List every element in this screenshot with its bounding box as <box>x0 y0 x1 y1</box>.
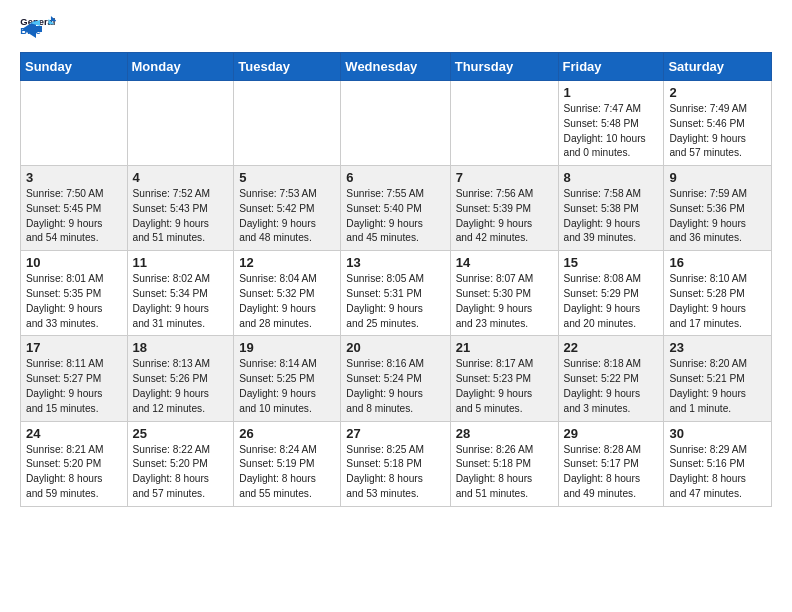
day-number: 4 <box>133 170 229 185</box>
day-cell: 11Sunrise: 8:02 AM Sunset: 5:34 PM Dayli… <box>127 251 234 336</box>
day-number: 13 <box>346 255 444 270</box>
day-cell: 30Sunrise: 8:29 AM Sunset: 5:16 PM Dayli… <box>664 421 772 506</box>
day-cell: 19Sunrise: 8:14 AM Sunset: 5:25 PM Dayli… <box>234 336 341 421</box>
day-cell: 3Sunrise: 7:50 AM Sunset: 5:45 PM Daylig… <box>21 166 128 251</box>
page: General Blue SundayMondayTuesdayWednesda… <box>0 0 792 527</box>
weekday-header-saturday: Saturday <box>664 53 772 81</box>
day-info: Sunrise: 7:53 AM Sunset: 5:42 PM Dayligh… <box>239 187 335 246</box>
day-cell: 1Sunrise: 7:47 AM Sunset: 5:48 PM Daylig… <box>558 81 664 166</box>
day-info: Sunrise: 7:47 AM Sunset: 5:48 PM Dayligh… <box>564 102 659 161</box>
day-cell: 28Sunrise: 8:26 AM Sunset: 5:18 PM Dayli… <box>450 421 558 506</box>
day-number: 24 <box>26 426 122 441</box>
day-cell <box>234 81 341 166</box>
day-number: 12 <box>239 255 335 270</box>
day-number: 23 <box>669 340 766 355</box>
day-info: Sunrise: 7:56 AM Sunset: 5:39 PM Dayligh… <box>456 187 553 246</box>
day-number: 2 <box>669 85 766 100</box>
day-cell: 18Sunrise: 8:13 AM Sunset: 5:26 PM Dayli… <box>127 336 234 421</box>
week-row-2: 3Sunrise: 7:50 AM Sunset: 5:45 PM Daylig… <box>21 166 772 251</box>
day-cell: 17Sunrise: 8:11 AM Sunset: 5:27 PM Dayli… <box>21 336 128 421</box>
day-info: Sunrise: 7:55 AM Sunset: 5:40 PM Dayligh… <box>346 187 444 246</box>
week-row-3: 10Sunrise: 8:01 AM Sunset: 5:35 PM Dayli… <box>21 251 772 336</box>
day-info: Sunrise: 8:14 AM Sunset: 5:25 PM Dayligh… <box>239 357 335 416</box>
day-info: Sunrise: 8:24 AM Sunset: 5:19 PM Dayligh… <box>239 443 335 502</box>
day-info: Sunrise: 7:50 AM Sunset: 5:45 PM Dayligh… <box>26 187 122 246</box>
day-cell: 24Sunrise: 8:21 AM Sunset: 5:20 PM Dayli… <box>21 421 128 506</box>
day-info: Sunrise: 8:25 AM Sunset: 5:18 PM Dayligh… <box>346 443 444 502</box>
day-info: Sunrise: 8:05 AM Sunset: 5:31 PM Dayligh… <box>346 272 444 331</box>
day-number: 16 <box>669 255 766 270</box>
weekday-header-sunday: Sunday <box>21 53 128 81</box>
day-number: 11 <box>133 255 229 270</box>
day-number: 30 <box>669 426 766 441</box>
weekday-header-monday: Monday <box>127 53 234 81</box>
day-cell: 15Sunrise: 8:08 AM Sunset: 5:29 PM Dayli… <box>558 251 664 336</box>
day-info: Sunrise: 8:11 AM Sunset: 5:27 PM Dayligh… <box>26 357 122 416</box>
week-row-4: 17Sunrise: 8:11 AM Sunset: 5:27 PM Dayli… <box>21 336 772 421</box>
day-number: 25 <box>133 426 229 441</box>
logo-arrow-icon <box>22 20 42 38</box>
day-cell: 10Sunrise: 8:01 AM Sunset: 5:35 PM Dayli… <box>21 251 128 336</box>
day-cell: 2Sunrise: 7:49 AM Sunset: 5:46 PM Daylig… <box>664 81 772 166</box>
day-cell: 6Sunrise: 7:55 AM Sunset: 5:40 PM Daylig… <box>341 166 450 251</box>
day-number: 20 <box>346 340 444 355</box>
day-cell: 4Sunrise: 7:52 AM Sunset: 5:43 PM Daylig… <box>127 166 234 251</box>
day-info: Sunrise: 8:28 AM Sunset: 5:17 PM Dayligh… <box>564 443 659 502</box>
day-info: Sunrise: 8:26 AM Sunset: 5:18 PM Dayligh… <box>456 443 553 502</box>
day-cell: 9Sunrise: 7:59 AM Sunset: 5:36 PM Daylig… <box>664 166 772 251</box>
day-cell: 12Sunrise: 8:04 AM Sunset: 5:32 PM Dayli… <box>234 251 341 336</box>
day-number: 10 <box>26 255 122 270</box>
weekday-header-thursday: Thursday <box>450 53 558 81</box>
day-cell: 29Sunrise: 8:28 AM Sunset: 5:17 PM Dayli… <box>558 421 664 506</box>
day-info: Sunrise: 8:10 AM Sunset: 5:28 PM Dayligh… <box>669 272 766 331</box>
day-info: Sunrise: 7:58 AM Sunset: 5:38 PM Dayligh… <box>564 187 659 246</box>
day-cell: 5Sunrise: 7:53 AM Sunset: 5:42 PM Daylig… <box>234 166 341 251</box>
day-cell: 22Sunrise: 8:18 AM Sunset: 5:22 PM Dayli… <box>558 336 664 421</box>
day-info: Sunrise: 8:17 AM Sunset: 5:23 PM Dayligh… <box>456 357 553 416</box>
week-row-1: 1Sunrise: 7:47 AM Sunset: 5:48 PM Daylig… <box>21 81 772 166</box>
day-info: Sunrise: 8:21 AM Sunset: 5:20 PM Dayligh… <box>26 443 122 502</box>
logo: General Blue <box>20 16 56 40</box>
weekday-header-friday: Friday <box>558 53 664 81</box>
day-cell: 14Sunrise: 8:07 AM Sunset: 5:30 PM Dayli… <box>450 251 558 336</box>
day-number: 22 <box>564 340 659 355</box>
day-number: 7 <box>456 170 553 185</box>
day-number: 3 <box>26 170 122 185</box>
day-cell: 26Sunrise: 8:24 AM Sunset: 5:19 PM Dayli… <box>234 421 341 506</box>
calendar: SundayMondayTuesdayWednesdayThursdayFrid… <box>20 52 772 507</box>
day-number: 29 <box>564 426 659 441</box>
day-info: Sunrise: 8:07 AM Sunset: 5:30 PM Dayligh… <box>456 272 553 331</box>
day-cell <box>341 81 450 166</box>
day-number: 17 <box>26 340 122 355</box>
day-cell: 7Sunrise: 7:56 AM Sunset: 5:39 PM Daylig… <box>450 166 558 251</box>
header: General Blue <box>20 16 772 40</box>
day-info: Sunrise: 8:29 AM Sunset: 5:16 PM Dayligh… <box>669 443 766 502</box>
day-info: Sunrise: 8:01 AM Sunset: 5:35 PM Dayligh… <box>26 272 122 331</box>
day-number: 6 <box>346 170 444 185</box>
day-number: 18 <box>133 340 229 355</box>
day-info: Sunrise: 7:49 AM Sunset: 5:46 PM Dayligh… <box>669 102 766 161</box>
day-info: Sunrise: 8:18 AM Sunset: 5:22 PM Dayligh… <box>564 357 659 416</box>
day-cell: 13Sunrise: 8:05 AM Sunset: 5:31 PM Dayli… <box>341 251 450 336</box>
day-number: 28 <box>456 426 553 441</box>
day-info: Sunrise: 8:04 AM Sunset: 5:32 PM Dayligh… <box>239 272 335 331</box>
day-number: 27 <box>346 426 444 441</box>
day-info: Sunrise: 8:20 AM Sunset: 5:21 PM Dayligh… <box>669 357 766 416</box>
day-info: Sunrise: 8:08 AM Sunset: 5:29 PM Dayligh… <box>564 272 659 331</box>
day-info: Sunrise: 8:16 AM Sunset: 5:24 PM Dayligh… <box>346 357 444 416</box>
day-number: 14 <box>456 255 553 270</box>
day-cell: 21Sunrise: 8:17 AM Sunset: 5:23 PM Dayli… <box>450 336 558 421</box>
day-cell: 27Sunrise: 8:25 AM Sunset: 5:18 PM Dayli… <box>341 421 450 506</box>
day-cell: 25Sunrise: 8:22 AM Sunset: 5:20 PM Dayli… <box>127 421 234 506</box>
day-cell: 8Sunrise: 7:58 AM Sunset: 5:38 PM Daylig… <box>558 166 664 251</box>
weekday-header-tuesday: Tuesday <box>234 53 341 81</box>
day-cell: 20Sunrise: 8:16 AM Sunset: 5:24 PM Dayli… <box>341 336 450 421</box>
day-number: 8 <box>564 170 659 185</box>
day-number: 26 <box>239 426 335 441</box>
day-number: 19 <box>239 340 335 355</box>
day-info: Sunrise: 8:13 AM Sunset: 5:26 PM Dayligh… <box>133 357 229 416</box>
day-number: 15 <box>564 255 659 270</box>
day-info: Sunrise: 7:52 AM Sunset: 5:43 PM Dayligh… <box>133 187 229 246</box>
day-number: 9 <box>669 170 766 185</box>
day-cell <box>127 81 234 166</box>
